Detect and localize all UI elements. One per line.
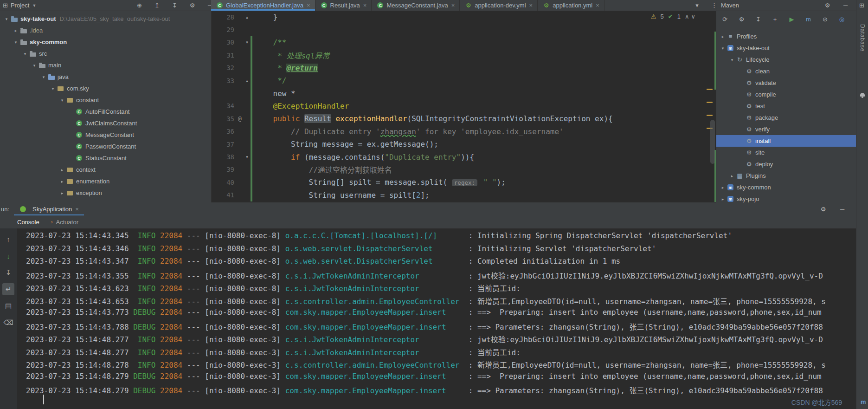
close-icon[interactable]: × <box>75 206 79 213</box>
line-number[interactable]: 32 <box>211 64 236 71</box>
chevron-down-icon[interactable]: ▾ <box>49 86 57 91</box>
maven-item-deploy[interactable]: ⚙deploy <box>716 158 856 170</box>
tab-actuator[interactable]: ◔ Actuator <box>45 215 84 228</box>
line-number[interactable]: 41 <box>211 191 236 199</box>
project-tree-item-context[interactable]: ▸context <box>0 164 211 175</box>
up-icon[interactable]: ↑ <box>2 233 14 245</box>
maven-item-site[interactable]: ⚙site <box>716 147 856 158</box>
editor-tab-globalexceptionhandler-java[interactable]: CGlobalExceptionHandler.java× <box>211 0 315 11</box>
fold-marker[interactable]: ▴ <box>244 15 251 19</box>
scroll-up-icon[interactable]: ↥ <box>153 2 161 9</box>
project-tree-item-main[interactable]: ▾main <box>0 59 211 71</box>
line-number[interactable]: 38 <box>211 153 236 161</box>
settings-icon[interactable]: ⚙ <box>188 2 196 9</box>
chevron-right-icon[interactable]: ▸ <box>719 34 727 39</box>
chevron-down-icon[interactable]: ▾ <box>728 58 736 62</box>
warning-stripe-mark[interactable] <box>707 102 713 103</box>
code-line-41[interactable]: 41 String username = spilt[2]; <box>211 189 716 201</box>
code-line-37[interactable]: 37 String message = ex.getMessage(); <box>211 138 716 150</box>
maven-item-sky-take-out[interactable]: ▾msky-take-out <box>716 42 856 54</box>
chevron-down-icon[interactable]: ▾ <box>21 52 29 56</box>
line-number[interactable]: 40 <box>211 179 236 186</box>
maven-item-sky-common[interactable]: ▸msky-common <box>716 182 856 193</box>
project-tree-item-java[interactable]: ▾java <box>0 71 211 83</box>
project-tree-item-sky-common[interactable]: ▾sky-common <box>0 36 211 48</box>
notifications-icon[interactable] <box>860 93 865 97</box>
project-tree-item-exception[interactable]: ▸exception <box>0 187 211 199</box>
warning-stripe-mark[interactable] <box>707 89 713 90</box>
code-line-34[interactable]: 34 @ExceptionHandler <box>211 100 716 112</box>
close-icon[interactable]: × <box>363 2 367 9</box>
maven-item-clean[interactable]: ⚙clean <box>716 65 856 77</box>
layout-icon[interactable]: ⊞ <box>859 2 864 9</box>
add-icon[interactable]: + <box>771 15 779 23</box>
chevron-right-icon[interactable]: ▸ <box>719 197 727 201</box>
run-config-tab[interactable]: SkyApplication × <box>14 202 84 215</box>
chevron-down-icon[interactable]: ▾ <box>31 63 38 68</box>
download-sources-icon[interactable]: ↧ <box>754 15 762 23</box>
editor-tab-application-dev-yml[interactable]: ⚙application-dev.yml× <box>460 0 538 11</box>
chevron-right-icon[interactable]: ▸ <box>58 168 66 172</box>
maven-item-lifecycle[interactable]: ▾↻Lifecycle <box>716 54 856 65</box>
project-tree-item-src[interactable]: ▾src <box>0 48 211 59</box>
chevron-down-icon[interactable]: ▾ <box>693 2 701 9</box>
maven-item-verify[interactable]: ⚙verify <box>716 123 856 135</box>
project-tree-item-constant[interactable]: ▾constant <box>0 94 211 106</box>
project-tree-item-passwordconstant[interactable]: CPasswordConstant <box>0 141 211 152</box>
tab-console[interactable]: Console <box>12 215 45 228</box>
clear-icon[interactable]: ⌫ <box>2 317 14 329</box>
refresh-icon[interactable]: ⟳ <box>721 15 729 23</box>
inspections-widget[interactable]: ⚠ 5 ✔ 1 ∧∨ <box>649 13 699 20</box>
maven-item-test[interactable]: ⚙test <box>716 100 856 112</box>
settings-icon[interactable]: ⚙ <box>823 2 831 9</box>
prev-next-inspection-arrows[interactable]: ∧∨ <box>685 13 697 20</box>
chevron-down-icon[interactable]: ▾ <box>719 46 727 51</box>
code-line-31[interactable]: 31 * 处理sql异常 <box>211 49 716 61</box>
editor-scrollbar[interactable] <box>710 120 715 164</box>
run-icon[interactable]: ▶ <box>788 15 796 23</box>
line-number[interactable]: 30 <box>211 39 236 46</box>
maven-tool-button[interactable]: m <box>861 398 866 405</box>
database-tool-button[interactable]: Database <box>859 24 866 52</box>
code-line-36[interactable]: 36 // Duplicate entry 'zhangsan' for key… <box>211 125 716 138</box>
chevron-down-icon[interactable]: ▾ <box>40 75 47 79</box>
console-output[interactable]: 2023-07-23 15:14:43.345 INFO 22084 --- [… <box>17 228 856 409</box>
scroll-down-icon[interactable]: ↧ <box>171 2 179 9</box>
maven-item-plugins[interactable]: ▸▦Plugins <box>716 170 856 182</box>
execute-goal-icon[interactable]: m <box>804 15 812 23</box>
close-icon[interactable]: × <box>307 2 310 9</box>
editor-tab-result-java[interactable]: CResult.java× <box>315 0 372 11</box>
project-tree-item-statusconstant[interactable]: CStatusConstant <box>0 152 211 164</box>
code-line-29[interactable]: 29 <box>211 23 716 36</box>
code-line-38[interactable]: 38▾ if (message.contains("Duplicate entr… <box>211 150 716 163</box>
code-line-33[interactable]: 33▴ */ <box>211 74 716 87</box>
project-tree-item-autofillconstant[interactable]: CAutoFillConstant <box>0 106 211 117</box>
soft-wrap-icon[interactable]: ↵ <box>2 283 14 295</box>
code-line-30[interactable]: 30▾ /** <box>211 36 716 49</box>
line-number[interactable]: 34 <box>211 102 236 110</box>
code-line-40[interactable]: 40 String[] spilt = message.split( regex… <box>211 176 716 188</box>
hide-icon[interactable]: ─ <box>842 2 849 9</box>
project-tree-item-sky-take-out[interactable]: ▾sky-take-outD:\JavaEE\05_sky_take_out\s… <box>0 13 211 25</box>
code-line-ghost[interactable]: new * <box>211 87 716 99</box>
web-icon[interactable]: ⊕ <box>135 2 143 9</box>
project-tree-item-enumeration[interactable]: ▸enumeration <box>0 175 211 187</box>
maven-item-validate[interactable]: ⚙validate <box>716 77 856 89</box>
scroll-down-icon[interactable]: ↧ <box>2 266 14 279</box>
line-number[interactable]: 28 <box>211 13 236 21</box>
chevron-down-icon[interactable]: ▾ <box>58 98 66 103</box>
line-number[interactable]: 29 <box>211 26 236 33</box>
chevron-right-icon[interactable]: ▸ <box>12 28 19 33</box>
line-number[interactable]: 39 <box>211 166 236 173</box>
chevron-down-icon[interactable]: ▾ <box>12 40 19 45</box>
down-icon[interactable]: ↓ <box>2 250 14 262</box>
project-tree-item-idea[interactable]: ▸.idea <box>0 25 211 36</box>
line-number[interactable]: 36 <box>211 128 236 135</box>
maven-item-package[interactable]: ⚙package <box>716 112 856 123</box>
close-icon[interactable]: × <box>529 2 533 9</box>
chevron-right-icon[interactable]: ▸ <box>58 179 66 184</box>
code-line-28[interactable]: 28▴ } <box>211 11 716 23</box>
maven-item-profiles[interactable]: ▸≡Profiles <box>716 31 856 42</box>
project-tree-item-jwtclaimsconstant[interactable]: CJwtClaimsConstant <box>0 117 211 129</box>
maven-item-install[interactable]: ⚙install <box>716 135 856 147</box>
